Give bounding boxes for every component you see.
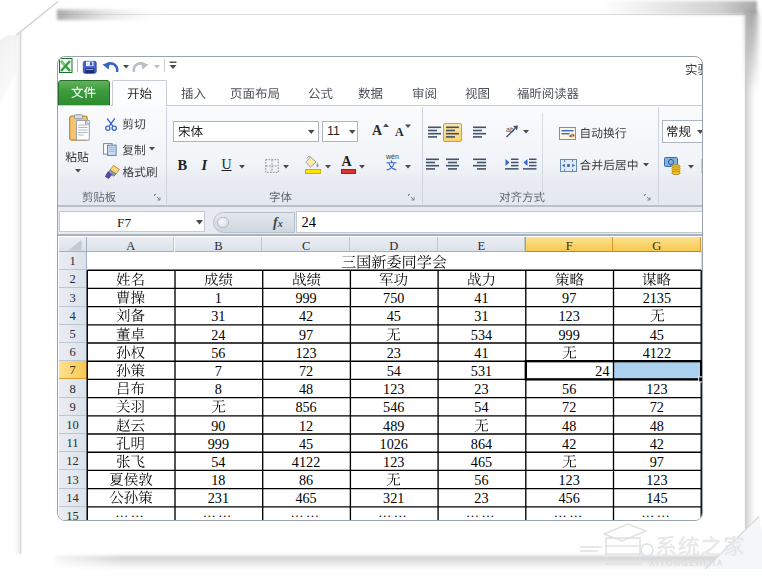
svg-text:ab: ab [506,126,514,133]
